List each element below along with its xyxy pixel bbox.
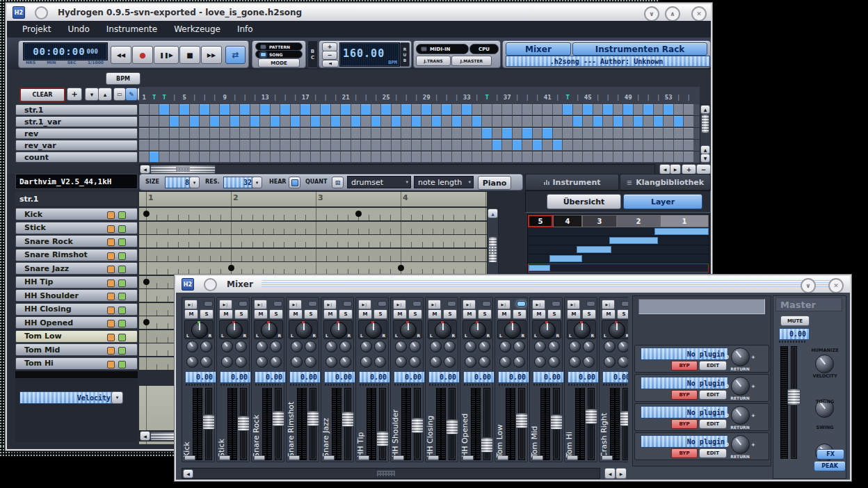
channel-mute-button[interactable]: M (428, 309, 442, 319)
fx-bypass-button[interactable]: BYP (671, 361, 698, 371)
tab-overview[interactable]: Übersicht (547, 194, 621, 209)
menu-item-projekt[interactable]: Projekt (14, 21, 59, 38)
song-cell[interactable] (311, 140, 321, 150)
timeline-cell[interactable]: | (634, 89, 644, 104)
pattern-grid-row-Kick[interactable] (139, 208, 487, 220)
song-cell[interactable] (159, 140, 169, 150)
song-cell[interactable] (280, 152, 290, 162)
fx-send-knob-1[interactable] (499, 341, 511, 352)
fx-send-knob-1[interactable] (534, 341, 546, 352)
timeline-cell[interactable]: | (573, 89, 584, 104)
layer-header-1[interactable]: 1 (660, 215, 709, 227)
timeline-cell[interactable]: | (522, 89, 533, 104)
channel-play-button[interactable]: ▶❘ (393, 300, 406, 309)
song-cell[interactable] (664, 116, 673, 127)
song-cell[interactable] (643, 104, 653, 115)
song-cell[interactable] (179, 116, 189, 127)
song-cell[interactable] (331, 128, 341, 138)
fx-edit-button[interactable]: EDIT (699, 448, 727, 458)
hear-notes-toggle[interactable] (289, 177, 300, 188)
song-cell[interactable] (371, 116, 381, 127)
shade-button[interactable]: ∨ (644, 6, 659, 22)
song-cell[interactable] (603, 140, 613, 150)
timeline-cell[interactable]: | (392, 89, 402, 104)
song-cell[interactable] (271, 104, 280, 115)
instrument-row-Tom Mid[interactable]: Tom Mid (15, 343, 138, 356)
jack-master-button[interactable]: J.MASTER (451, 56, 492, 66)
song-cell[interactable] (341, 104, 351, 115)
song-cell[interactable] (533, 152, 542, 162)
song-cell[interactable] (291, 116, 300, 127)
timeline-scroll-left-button[interactable]: ◀ (659, 164, 670, 174)
fx-send-knob-3[interactable] (291, 356, 303, 368)
song-cell[interactable] (401, 152, 411, 162)
main-titlebar[interactable]: H2 Hydrogen 0.9.5-svn-exported - love_is… (7, 4, 711, 21)
song-cell[interactable] (371, 140, 381, 150)
fx-send-knob-1[interactable] (604, 341, 616, 352)
song-cell[interactable] (513, 104, 522, 115)
menu-item-werkzeuge[interactable]: Werkzeuge (166, 21, 229, 38)
timeline-cell[interactable]: | (321, 89, 331, 104)
timeline-scroll-right-button[interactable]: ▶ (670, 164, 681, 174)
song-cell[interactable] (401, 128, 411, 138)
channel-fader-handle[interactable] (585, 409, 597, 424)
song-cell[interactable] (311, 104, 321, 115)
window-menu-button[interactable] (35, 6, 48, 19)
size-dropdown-button[interactable]: ▾ (189, 177, 200, 188)
song-cell[interactable] (492, 128, 502, 138)
instrument-row-Tom Low[interactable]: Tom Low (15, 330, 138, 343)
timeline-cell[interactable]: | (533, 89, 543, 104)
fx-send-knob-2[interactable] (305, 341, 316, 352)
song-cell[interactable] (311, 152, 321, 162)
song-cell[interactable] (200, 152, 209, 162)
song-cell[interactable] (583, 152, 593, 162)
tab-layer[interactable]: Layer (623, 194, 702, 209)
instrument-rack-toggle-button[interactable]: Instrumenten Rack (572, 42, 707, 56)
song-cell[interactable] (401, 140, 411, 150)
channel-pan-control[interactable]: LR (358, 320, 387, 339)
channel-mute-button[interactable]: M (463, 309, 476, 319)
song-cell[interactable] (533, 116, 542, 127)
song-cell[interactable] (260, 140, 270, 150)
song-cell[interactable] (472, 152, 482, 162)
pan-knob[interactable] (435, 322, 451, 339)
channel-pan-control[interactable]: LR (184, 320, 214, 339)
song-cell[interactable] (179, 128, 189, 138)
fx-send-knob-2[interactable] (374, 341, 386, 352)
song-cell[interactable] (522, 116, 532, 127)
timeline-cell[interactable]: | (291, 89, 301, 104)
song-cell[interactable] (230, 152, 240, 162)
channel-pan-control[interactable]: LR (393, 320, 422, 339)
song-mode-row[interactable]: SONG (255, 50, 303, 58)
channel-fader-handle[interactable] (376, 431, 389, 446)
song-cell[interactable] (190, 152, 200, 162)
song-cell[interactable] (250, 128, 260, 138)
song-cell[interactable] (482, 116, 492, 127)
timeline-cell[interactable]: 5 (179, 89, 190, 104)
timeline-cell[interactable]: 17 (300, 89, 311, 104)
pattern-beat-ruler[interactable]: 1234 (139, 192, 487, 206)
rewind-button[interactable]: ◀◀ (111, 46, 131, 64)
song-cell[interactable] (381, 128, 391, 138)
menu-item-instrumente[interactable]: Instrumente (98, 21, 166, 38)
fx-send-knob-1[interactable] (395, 341, 407, 352)
song-cell[interactable] (371, 128, 381, 138)
song-cell[interactable] (432, 140, 442, 150)
song-cell[interactable] (230, 104, 240, 115)
timeline-cell[interactable]: | (674, 89, 684, 104)
song-cell[interactable] (542, 152, 552, 162)
song-cell[interactable] (311, 116, 321, 127)
timeline-cell[interactable]: 33 (462, 89, 472, 104)
zoom-out-button[interactable]: − (696, 164, 711, 174)
note-dot[interactable] (143, 279, 150, 285)
fx-send-knob-3[interactable] (326, 356, 337, 368)
fx-send-knob-2[interactable] (479, 341, 490, 352)
song-cell[interactable] (361, 128, 371, 138)
channel-solo-button[interactable]: S (304, 309, 318, 319)
song-cell[interactable] (291, 140, 300, 150)
timeline-cell[interactable]: | (280, 89, 291, 104)
song-cell[interactable] (271, 128, 280, 138)
channel-pan-control[interactable]: LR (323, 320, 353, 339)
song-cell[interactable] (513, 128, 522, 138)
song-cell[interactable] (553, 104, 563, 115)
